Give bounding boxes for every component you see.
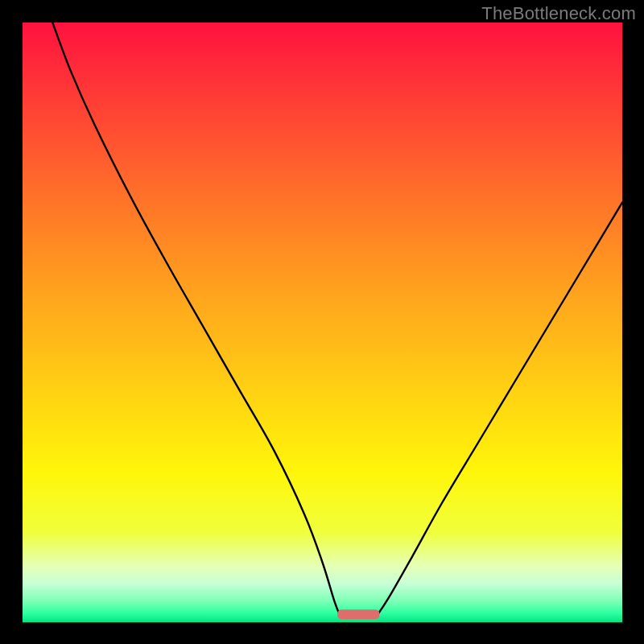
trough-marker xyxy=(337,609,379,619)
watermark-label: TheBottleneck.com xyxy=(481,3,636,24)
plot-area xyxy=(23,23,622,622)
chart-frame: TheBottleneck.com xyxy=(0,0,644,644)
chart-gradient-bg xyxy=(23,23,622,622)
chart-svg xyxy=(23,23,622,622)
